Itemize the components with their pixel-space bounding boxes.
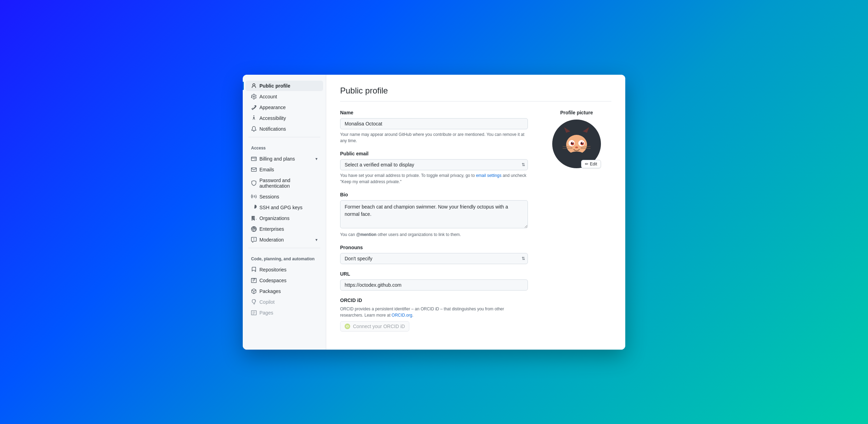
person-icon: [251, 83, 257, 89]
sidebar-item-label: Copilot: [259, 299, 275, 305]
shield-icon: [251, 180, 257, 186]
moderation-label: Moderation: [259, 237, 284, 243]
sidebar-item-label: Appearance: [259, 105, 286, 110]
main-content: Public profile Name Your name may appear…: [326, 75, 625, 350]
sidebar-item-label: Sessions: [259, 194, 279, 199]
sidebar-item-sessions[interactable]: Sessions: [246, 191, 323, 202]
orcid-label: ORCID iD: [340, 297, 528, 303]
name-help: Your name may appear around GitHub where…: [340, 131, 528, 144]
chevron-down-icon-2: ▾: [315, 237, 318, 242]
key-icon: [251, 205, 257, 210]
sidebar-item-emails[interactable]: Emails: [246, 164, 323, 175]
email-select[interactable]: Select a verified email to display: [340, 159, 528, 170]
sidebar-item-label: Repositories: [259, 267, 287, 272]
orcid-group: ORCID iD ORCID provides a persistent ide…: [340, 297, 528, 332]
credit-card-icon: [251, 156, 257, 162]
bio-input[interactable]: Former beach cat and champion swimmer. N…: [340, 200, 528, 228]
orcid-connect-label: Connect your ORCID iD: [353, 324, 405, 329]
orcid-connect-button[interactable]: iD Connect your ORCID iD: [340, 321, 409, 332]
profile-picture-label: Profile picture: [542, 110, 611, 115]
sidebar-item-organizations[interactable]: Organizations: [246, 213, 323, 223]
sidebar-item-label: Account: [259, 94, 277, 99]
orcid-help: ORCID provides a persistent identifier –…: [340, 306, 528, 318]
svg-point-14: [575, 146, 578, 148]
pronouns-label: Pronouns: [340, 245, 528, 250]
profile-picture-section: Profile picture: [542, 110, 611, 339]
email-settings-link[interactable]: email settings: [476, 173, 501, 178]
sidebar-item-password[interactable]: Password and authentication: [246, 175, 323, 191]
edit-avatar-button[interactable]: ✏ Edit: [581, 160, 601, 168]
email-group: Public email Select a verified email to …: [340, 151, 528, 185]
email-help: You have set your email address to priva…: [340, 172, 528, 185]
bio-group: Bio Former beach cat and champion swimme…: [340, 192, 528, 238]
pages-icon: [251, 310, 257, 316]
broadcast-icon: [251, 194, 257, 199]
sidebar-item-moderation[interactable]: Moderation ▾: [246, 235, 323, 245]
sidebar-item-label: Password and authentication: [259, 178, 318, 189]
accessibility-icon: [251, 115, 257, 121]
url-label: URL: [340, 271, 528, 277]
chevron-down-icon: ▾: [315, 156, 318, 161]
bio-help: You can @mention other users and organiz…: [340, 231, 528, 238]
access-section-label: Access: [243, 140, 326, 153]
sidebar-item-accessibility[interactable]: Accessibility: [246, 113, 323, 123]
sidebar: Public profile Account Appearance: [243, 75, 326, 350]
url-group: URL: [340, 271, 528, 291]
report-icon: [251, 237, 257, 243]
svg-point-13: [582, 142, 583, 143]
url-input[interactable]: [340, 279, 528, 291]
sidebar-item-pages[interactable]: Pages: [246, 308, 323, 318]
paintbrush-icon: [251, 105, 257, 110]
name-input[interactable]: [340, 118, 528, 129]
sidebar-item-label: Accessibility: [259, 115, 286, 121]
page-title: Public profile: [340, 86, 611, 101]
svg-point-12: [572, 142, 573, 143]
octocat-image: [556, 123, 597, 165]
bio-label: Bio: [340, 192, 528, 197]
package-icon: [251, 288, 257, 294]
copilot-icon: [251, 299, 257, 305]
sidebar-item-label: Organizations: [259, 215, 289, 221]
edit-label: Edit: [590, 162, 597, 166]
repo-icon: [251, 267, 257, 272]
sidebar-divider-1: [248, 137, 320, 137]
globe-icon: [251, 226, 257, 232]
form-section: Name Your name may appear around GitHub …: [340, 110, 528, 339]
pronouns-select[interactable]: Don't specify they/them she/her he/him C…: [340, 253, 528, 264]
sidebar-item-label: Emails: [259, 167, 274, 172]
sidebar-item-copilot[interactable]: Copilot: [246, 297, 323, 307]
pencil-icon: ✏: [585, 162, 588, 166]
sidebar-item-account[interactable]: Account: [246, 91, 323, 102]
code-section-label: Code, planning, and automation: [243, 251, 326, 264]
orcid-icon: iD: [345, 324, 350, 329]
sidebar-item-appearance[interactable]: Appearance: [246, 102, 323, 113]
sidebar-item-label: Pages: [259, 310, 273, 316]
sidebar-item-enterprises[interactable]: Enterprises: [246, 224, 323, 234]
sidebar-item-billing[interactable]: Billing and plans ▾: [246, 154, 323, 164]
sidebar-item-ssh-gpg[interactable]: SSH and GPG keys: [246, 202, 323, 213]
sidebar-item-label: Enterprises: [259, 226, 284, 232]
content-layout: Name Your name may appear around GitHub …: [340, 110, 611, 339]
sidebar-item-label: SSH and GPG keys: [259, 205, 303, 210]
sidebar-item-label: Notifications: [259, 126, 286, 132]
organization-icon: [251, 215, 257, 221]
sidebar-item-label: Codespaces: [259, 278, 287, 283]
gear-icon: [251, 94, 257, 99]
sidebar-item-label: Public profile: [259, 83, 290, 89]
billing-label: Billing and plans: [259, 156, 295, 162]
avatar-container: ✏ Edit: [552, 120, 601, 168]
mail-icon: [251, 167, 257, 172]
name-group: Name Your name may appear around GitHub …: [340, 110, 528, 144]
orcid-link[interactable]: ORCID.org: [392, 313, 412, 318]
email-select-wrapper: Select a verified email to display ⇅: [340, 159, 528, 170]
bell-icon: [251, 126, 257, 132]
pronouns-group: Pronouns Don't specify they/them she/her…: [340, 245, 528, 264]
sidebar-item-public-profile[interactable]: Public profile: [246, 81, 323, 91]
sidebar-item-repositories[interactable]: Repositories: [246, 264, 323, 275]
sidebar-item-packages[interactable]: Packages: [246, 286, 323, 296]
codespaces-icon: [251, 278, 257, 283]
email-label: Public email: [340, 151, 528, 156]
sidebar-item-codespaces[interactable]: Codespaces: [246, 275, 323, 286]
sidebar-divider-2: [248, 248, 320, 248]
sidebar-item-notifications[interactable]: Notifications: [246, 124, 323, 134]
